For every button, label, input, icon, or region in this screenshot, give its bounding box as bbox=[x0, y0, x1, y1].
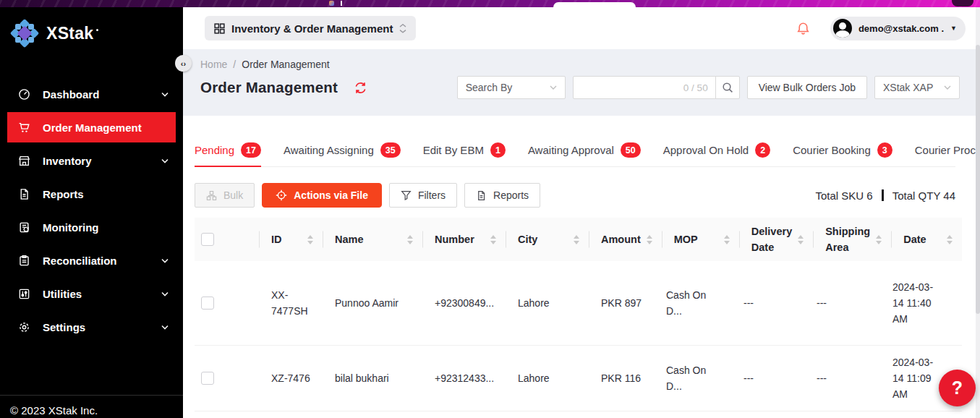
tab-label: Approval On Hold bbox=[663, 144, 749, 156]
tab-courier-booking[interactable]: Courier Booking 3 bbox=[793, 134, 892, 166]
breadcrumb: Home / Order Management bbox=[200, 49, 960, 70]
sidebar-collapse-toggle[interactable]: ‹› bbox=[175, 55, 192, 72]
help-button[interactable]: ? bbox=[939, 370, 976, 406]
row-checkbox[interactable] bbox=[201, 372, 214, 385]
browser-tab-notch bbox=[553, 2, 636, 7]
column-header-delivery-date[interactable]: Delivery Date bbox=[740, 223, 814, 255]
chevron-down-icon bbox=[938, 85, 951, 90]
sort-icons bbox=[718, 235, 730, 244]
browser-top-strip bbox=[0, 0, 980, 7]
gear-icon bbox=[18, 321, 30, 333]
sidebar-item-inventory[interactable]: Inventory bbox=[0, 144, 183, 177]
main-area: Inventory & Order Management demo@xstak.… bbox=[183, 7, 976, 418]
sort-icons bbox=[941, 235, 953, 244]
search-by-select[interactable]: Search By bbox=[457, 76, 566, 99]
copyright-footer: © 2023 XStak Inc. bbox=[0, 395, 183, 418]
select-all-cell bbox=[195, 233, 260, 246]
scrollbar-thumb[interactable] bbox=[976, 45, 980, 314]
cell-mop: Cash On D... bbox=[655, 287, 732, 319]
monitoring-icon bbox=[18, 221, 30, 234]
column-header-amount[interactable]: Amount bbox=[589, 231, 662, 247]
search-input[interactable] bbox=[581, 81, 683, 94]
tab-count-badge: 2 bbox=[755, 142, 770, 158]
cell-name: Punnoo Aamir bbox=[323, 295, 423, 311]
tab-awaiting-approval[interactable]: Awaiting Approval 50 bbox=[528, 134, 641, 166]
search-by-value: Search By bbox=[466, 82, 513, 93]
totals-summary: Total SKU 6 Total QTY 44 bbox=[816, 189, 956, 202]
bulk-button[interactable]: Bulk bbox=[195, 183, 255, 208]
table-header-row: ID Name Number City bbox=[195, 218, 962, 261]
search-input-box: 0 / 50 bbox=[573, 76, 716, 99]
notification-bell-icon[interactable] bbox=[796, 22, 810, 35]
column-header-id[interactable]: ID bbox=[260, 231, 323, 247]
tab-label: Courier Booking bbox=[793, 144, 871, 156]
logo-trademark-dot bbox=[96, 29, 98, 31]
sidebar-item-reports[interactable]: Reports bbox=[0, 177, 183, 210]
sidebar-item-order-management[interactable]: Order Management bbox=[7, 112, 176, 142]
xstak-xap-select[interactable]: XStak XAP bbox=[874, 76, 960, 99]
xstak-logo[interactable]: XStak bbox=[0, 7, 183, 48]
tab-awaiting-assigning[interactable]: Awaiting Assigning 35 bbox=[284, 134, 401, 166]
column-header-name[interactable]: Name bbox=[323, 231, 423, 247]
sliders-icon bbox=[18, 288, 30, 300]
breadcrumb-home[interactable]: Home bbox=[200, 59, 227, 70]
sidebar-item-reconciliation[interactable]: Reconciliation bbox=[0, 244, 183, 277]
account-menu[interactable]: demo@xstak.com . ▼ bbox=[830, 17, 966, 40]
sidebar-item-settings[interactable]: Settings bbox=[0, 310, 183, 344]
app-switcher[interactable]: Inventory & Order Management bbox=[205, 16, 416, 40]
cart-icon bbox=[18, 121, 30, 134]
column-header-shipping-area[interactable]: Shipping Area bbox=[814, 223, 892, 255]
chevron-down-icon bbox=[544, 85, 557, 90]
chevron-down-icon bbox=[161, 291, 169, 297]
tab-pending[interactable]: Pending 17 bbox=[195, 134, 261, 166]
sidebar-item-monitoring[interactable]: Monitoring bbox=[0, 210, 183, 244]
search-char-counter: 0 / 50 bbox=[683, 82, 708, 93]
browser-favicon bbox=[329, 1, 334, 6]
chevron-down-icon bbox=[161, 258, 169, 263]
column-header-date[interactable]: Date bbox=[892, 231, 973, 247]
content-area: Pending 17 Awaiting Assigning 35 Edit By… bbox=[183, 134, 976, 411]
dashboard-icon bbox=[18, 88, 30, 101]
reports-button[interactable]: Reports bbox=[464, 183, 540, 208]
search-button[interactable] bbox=[715, 76, 740, 99]
search-controls: Search By 0 / 50 bbox=[457, 76, 960, 99]
bulk-button-label: Bulk bbox=[223, 189, 243, 201]
sidebar-item-label: Monitoring bbox=[43, 221, 98, 234]
sort-icons bbox=[641, 235, 652, 244]
page-scrollbar[interactable] bbox=[976, 7, 980, 418]
sidebar: XStak Dashboard bbox=[0, 7, 183, 418]
table-row[interactable]: XX-7477SH Punnoo Aamir +92300849... Laho… bbox=[195, 261, 962, 346]
actions-via-file-button[interactable]: Actions via File bbox=[262, 183, 382, 208]
column-header-mop[interactable]: MOP bbox=[662, 231, 740, 247]
tab-edit-by-ebm[interactable]: Edit By EBM 1 bbox=[423, 134, 506, 166]
row-checkbox[interactable] bbox=[201, 297, 214, 310]
header-right: demo@xstak.com . ▼ bbox=[796, 17, 966, 40]
sidebar-item-label: Utilities bbox=[43, 288, 82, 300]
refresh-icon[interactable] bbox=[354, 81, 367, 95]
strip-texture bbox=[0, 0, 980, 7]
cell-delivery-date: --- bbox=[732, 370, 805, 386]
tab-courier-processing[interactable]: Courier Processing bbox=[915, 134, 980, 166]
sidebar-item-utilities[interactable]: Utilities bbox=[0, 277, 183, 310]
filters-button-label: Filters bbox=[418, 189, 446, 201]
sidebar-menu: Dashboard Order Management bbox=[0, 77, 183, 344]
table-row[interactable]: XZ-7476 bilal bukhari +92312433... Lahor… bbox=[195, 346, 962, 411]
column-header-number[interactable]: Number bbox=[423, 231, 506, 247]
column-header-city[interactable]: City bbox=[506, 231, 589, 247]
actions-via-file-label: Actions via File bbox=[294, 189, 368, 201]
select-all-checkbox[interactable] bbox=[201, 233, 214, 246]
sidebar-item-dashboard[interactable]: Dashboard bbox=[0, 77, 183, 111]
cell-amount: PKR 897 bbox=[589, 295, 655, 311]
cell-amount: PKR 116 bbox=[589, 370, 655, 386]
report-file-icon bbox=[18, 188, 30, 200]
cell-city: Lahore bbox=[506, 370, 589, 386]
tab-count-badge: 35 bbox=[380, 142, 401, 158]
cell-mop: Cash On D... bbox=[655, 362, 732, 394]
filters-button[interactable]: Filters bbox=[389, 183, 457, 208]
sidebar-item-label: Reports bbox=[43, 188, 84, 200]
app-screen: XStak Dashboard bbox=[0, 0, 980, 418]
cell-number: +92300849... bbox=[423, 295, 506, 311]
view-bulk-orders-job-button[interactable]: View Bulk Orders Job bbox=[747, 76, 867, 99]
chevron-down-icon bbox=[161, 92, 169, 97]
tab-approval-on-hold[interactable]: Approval On Hold 2 bbox=[663, 134, 770, 166]
